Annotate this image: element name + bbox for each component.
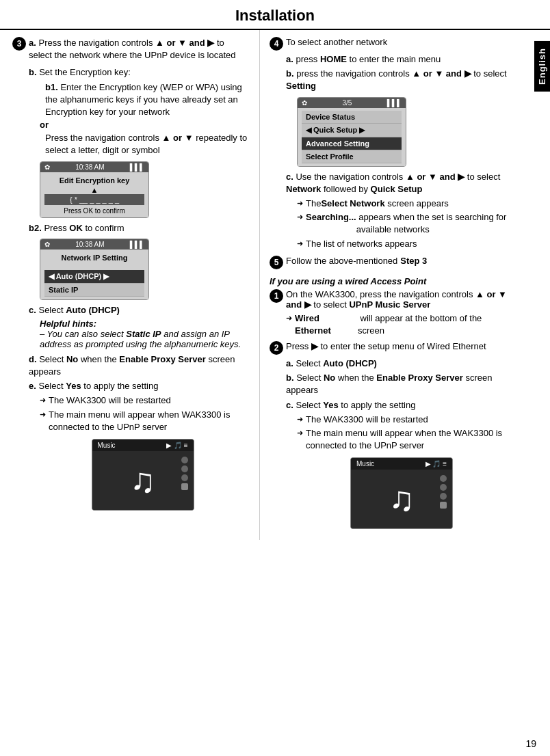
network-ip-screen: ✿ 10:38 AM ▌▌▌ Network IP Setting ◀ Auto… <box>40 239 149 300</box>
screen3-header: ✿ 3/5 ▌▌▌ <box>298 98 406 108</box>
step3-e-arr1: The WAK3300 will be restarted <box>40 394 250 407</box>
music-note-2: ♫ <box>389 479 415 519</box>
music-icon-dot-2 <box>181 465 188 472</box>
step3-d-text: Select <box>39 354 64 364</box>
screen3-body: Device Status ◀ Quick Setup ▶ Advanced S… <box>298 108 406 166</box>
encryption-key-screen: ✿ 10:38 AM ▌▌▌ Edit Encryption key ▲ { *… <box>40 161 149 218</box>
screen3-item1: Device Status <box>302 111 402 124</box>
step3-e-label: e. <box>29 381 36 391</box>
wired2-a: a. Select Auto (DHCP) <box>286 357 510 370</box>
screen1-header: ✿ 10:38 AM ▌▌▌ <box>40 162 148 172</box>
step4-c-arr3: The list of networks appears <box>297 238 510 250</box>
step3-d-bold: No <box>66 354 78 364</box>
step3-c-label: c. <box>29 305 36 315</box>
music-icon-gear <box>181 483 188 490</box>
step4-body: a. press HOME to enter the main menu b. … <box>286 53 510 250</box>
step4-a-text: press <box>296 54 317 64</box>
wired2-c-arr1: The WAK3300 will be restarted <box>297 414 510 426</box>
step4-a-text2: to enter the main menu <box>350 54 441 64</box>
music-icon-gear-2 <box>440 502 447 509</box>
helpful-label: Helpful hints: <box>40 319 96 329</box>
wired2-a-text: Select <box>296 358 320 368</box>
wired2-circle: 2 <box>270 341 283 355</box>
screen2-item2: Static IP <box>44 284 144 297</box>
step4-c-arr1: The Select Network screen appears <box>297 198 510 210</box>
music-icon-dot-6 <box>440 493 447 500</box>
wired2-c-text2: to apply the setting <box>341 400 415 410</box>
step3-b1-label: b1. <box>45 82 58 92</box>
wired2-a-label: a. <box>286 358 293 368</box>
wired2-c-text: Select <box>296 400 320 410</box>
step3-a-nav: ▲ or ▼ and ▶ <box>155 38 214 48</box>
music-body-1: ♫ <box>92 451 194 510</box>
screen2-title: Network IP Setting <box>44 252 144 263</box>
screen3-num: 3/5 <box>342 99 352 107</box>
screen2-signal: ▌▌▌ <box>130 241 144 248</box>
step3-e-text2: to apply the setting <box>83 381 158 391</box>
step5-header: 5 Follow the above-mentioned Step 3 <box>270 256 510 269</box>
screen1-line2: ▲ <box>44 186 144 194</box>
step3-e-text: Select <box>38 381 63 391</box>
language-tab: English <box>534 41 550 92</box>
step4-c: c. Use the navigation controls ▲ or ▼ an… <box>286 171 510 195</box>
wired2-body: a. Select Auto (DHCP) b. Select No when … <box>286 357 510 529</box>
step4-a: a. press HOME to enter the main menu <box>286 53 510 66</box>
step4-c-bold2: Quick Setup <box>371 184 423 194</box>
screen3-signal: ▌▌▌ <box>387 99 402 107</box>
wired1-text: On the WAK3300, press the navigation con… <box>286 289 473 299</box>
step3-d-label: d. <box>29 354 37 364</box>
wired1-arr1: Wired Ethernet will appear at the bottom… <box>286 312 510 337</box>
screen3-icon: ✿ <box>302 99 307 107</box>
step4-c-arr2-bold: Searching... <box>306 211 356 224</box>
step4-c-text2: to select <box>467 172 500 182</box>
step3-c: c. Select Auto (DHCP) <box>29 304 250 316</box>
right-column: 4 To select another network a. press HOM… <box>260 30 520 540</box>
music-screen-2: Music ▶ 🎵 ≡ ♫ <box>350 457 453 529</box>
left-column: 3 a. Press the navigation controls ▲ or … <box>0 30 260 540</box>
step3-b2-text2: to confirm <box>85 223 124 233</box>
step4-circle: 4 <box>270 37 283 51</box>
step3-e: e. Select Yes to apply the setting <box>29 380 250 392</box>
step3-a-label: a. <box>29 38 36 48</box>
step3-d: d. Select No when the Enable Proxy Serve… <box>29 353 250 378</box>
helpful-bold: Static IP <box>126 329 161 339</box>
step3-b-text: Set the Encryption key: <box>39 67 131 77</box>
music-note-1: ♫ <box>130 461 156 500</box>
step4-a-label: a. <box>286 54 293 64</box>
step4-b-text2: to select <box>473 68 506 79</box>
wired2-b-text2: when the <box>338 373 374 383</box>
step4-c-bold: Network <box>286 184 321 194</box>
wired1-circle: 1 <box>270 289 283 303</box>
step4-b-text: press the navigation controls <box>296 68 409 79</box>
wired-section: If you are using a wired Access Point 1 … <box>270 276 510 530</box>
music-icon-dot-5 <box>440 484 447 491</box>
screen1-line4: Press OK to confirm <box>44 207 144 215</box>
step4-b-label: b. <box>286 68 294 79</box>
step3-e-arr2: The main menu will appear when WAK3300 i… <box>40 409 250 433</box>
screen2-body: Network IP Setting ◀ Auto (DHCP) ▶ Stati… <box>40 249 148 299</box>
wired2-b-text: Select <box>296 373 321 383</box>
wired2-c-arr2: The main menu will appear when the WAK33… <box>297 427 510 452</box>
screen1-signal: ▌▌▌ <box>130 163 144 171</box>
step4-b: b. press the navigation controls ▲ or ▼ … <box>286 68 510 92</box>
music-icon-dot-4 <box>440 475 447 482</box>
music-body-2: ♫ <box>351 470 452 528</box>
wired-title: If you are using a wired Access Point <box>270 276 510 286</box>
step3-d-text2: when the <box>81 354 117 364</box>
music-screen-container-2: Music ▶ 🎵 ≡ ♫ <box>293 457 510 529</box>
step3-b-label: b. <box>29 67 37 77</box>
step4-b-nav: ▲ or ▼ and ▶ <box>412 68 471 79</box>
wired1-bold: UPnP Music Server <box>349 299 430 310</box>
screen2-item1: ◀ Auto (DHCP) ▶ <box>44 270 144 284</box>
step4-text: To select another network <box>286 37 387 47</box>
music-icon-dot-1 <box>181 457 188 463</box>
music-icons-1: ▶ 🎵 ≡ <box>166 442 187 449</box>
music-header-1: Music ▶ 🎵 ≡ <box>92 440 194 451</box>
wired1-text2: to select <box>313 299 346 310</box>
step4-c-text3: followed by <box>324 184 368 194</box>
wired1-header: 1 On the WAK3300, press the navigation c… <box>270 289 510 310</box>
screen1-body: Edit Encryption key ▲ { * __ _ _ _ _ _ P… <box>40 172 148 217</box>
step4-b-bold: Setting <box>286 81 316 91</box>
step3-b1-text: Enter the Encryption key (WEP or WPA) us… <box>45 82 242 117</box>
step3-b2-text: Press <box>44 223 66 233</box>
